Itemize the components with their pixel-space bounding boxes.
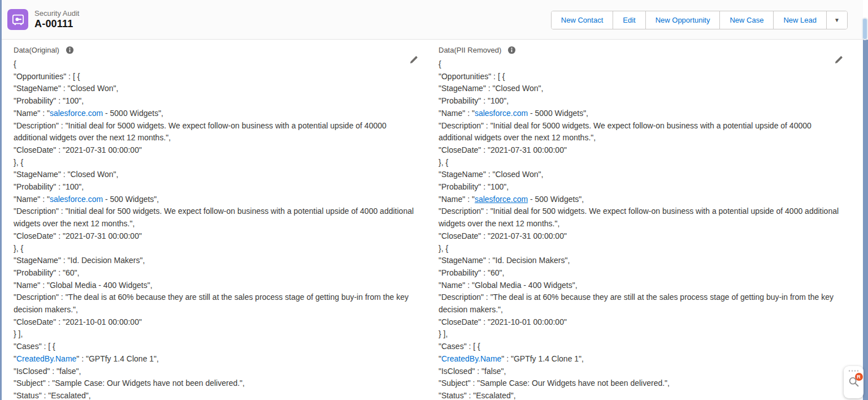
pencil-icon [834,55,844,65]
json-text: "Description" : "Initial deal for 500 wi… [439,207,839,228]
new-opportunity-button[interactable]: New Opportunity [645,11,720,29]
json-text: "Description" : "Initial deal for 5000 w… [14,121,387,143]
json-text: - 5000 Widgets", [528,109,588,118]
edit-data-button[interactable] [834,55,844,65]
json-text: "StageName" : "Id. Decision Makers", [14,256,145,265]
json-line: "Probability" : "60", [439,267,846,279]
json-line: "Probability" : "100", [439,181,846,193]
json-text: "StageName" : "Closed Won", [14,84,118,93]
json-text: } ], [439,329,448,338]
json-text: "Status" : "Escalated", [439,391,516,400]
object-type-label: Security Audit [34,9,80,18]
panel-label: Data(PII Removed) [439,46,501,54]
json-text: "Probability" : "60", [14,268,79,277]
json-text: }, { [439,158,448,167]
json-text: "Name" : " [439,109,475,118]
json-line: }, { [14,243,421,255]
json-line: "Description" : "Initial deal for 500 wi… [439,205,846,230]
json-line: }, { [439,243,846,255]
json-text: " : "GPTfy 1.4 Clone 1", [501,354,584,363]
json-line: { [14,58,421,71]
salesforce-link[interactable]: salesforce.com [475,109,528,118]
json-text: }, { [14,158,23,167]
json-line: "StageName" : "Closed Won", [439,169,846,181]
edit-data-button[interactable] [409,55,419,65]
json-text: { [14,59,16,68]
json-text: "Probability" : "100", [14,96,84,105]
json-line: "StageName" : "Closed Won", [14,169,421,181]
json-line: }, { [439,157,846,169]
json-text: { [439,59,441,68]
json-line: "StageName" : "Closed Won", [14,83,421,95]
json-text-pii-removed: {"Opportunities" : [ {"StageName" : "Clo… [439,58,846,400]
json-line: "Name" : "Global Media - 400 Widgets", [14,279,421,292]
data-original-panel: Data(Original) {"Opportunities" : [ {"St… [14,40,421,400]
json-line: "IsClosed" : "false", [14,365,421,378]
data-pii-removed-panel: Data(PII Removed) {"Opportunities" : [ {… [439,40,846,400]
json-line: "StageName" : "Id. Decision Makers", [14,255,421,267]
edit-button[interactable]: Edit [613,11,645,29]
magnifier-icon[interactable]: R [848,376,860,389]
more-actions-button[interactable]: ▼ [826,11,847,29]
pencil-icon [409,55,419,65]
json-text: "CloseDate" : "2021-07-31 00:00:00" [14,231,142,240]
json-line: "CreatedBy.Name" : "GPTfy 1.4 Clone 1", [439,353,846,365]
json-line: "Name" : "salesforce.com - 500 Widgets", [439,193,846,206]
new-contact-button[interactable]: New Contact [552,11,613,29]
json-text: "Status" : "Escalated", [14,391,91,400]
json-text: - 5000 Widgets", [103,109,163,118]
json-text: } ], [14,329,23,338]
json-line: "Opportunities" : [ { [439,71,846,83]
json-text: "StageName" : "Closed Won", [439,84,543,93]
json-line: "Name" : "salesforce.com - 5000 Widgets"… [14,107,421,120]
json-text: "Cases" : [ { [14,342,55,351]
createdby-name-link[interactable]: CreatedBy.Name [16,354,76,363]
json-line: "Name" : "salesforce.com - 5000 Widgets"… [439,107,846,120]
json-line: "Name" : "salesforce.com - 500 Widgets", [14,193,421,206]
page-background-strip-right [863,40,868,400]
json-text: "StageName" : "Closed Won", [439,170,543,179]
json-line: "CreatedBy.Name" : "GPTfy 1.4 Clone 1", [14,353,421,365]
json-line: } ], [14,328,421,341]
json-text: " : "GPTfy 1.4 Clone 1", [76,354,159,363]
json-line: "Status" : "Escalated", [14,390,421,400]
json-line: "Status" : "Escalated", [439,390,846,400]
json-line: "Description" : "The deal is at 60% beca… [439,291,846,316]
info-icon[interactable] [507,46,516,54]
json-line: "Probability" : "100", [14,95,421,107]
action-button-group: New ContactEditNew OpportunityNew CaseNe… [551,11,848,29]
new-lead-button[interactable]: New Lead [773,11,826,29]
json-line: "Description" : "The deal is at 60% beca… [14,291,421,316]
json-line: "Cases" : [ { [14,341,421,353]
json-line: "Probability" : "100", [14,181,421,193]
json-text: "StageName" : "Closed Won", [14,170,118,179]
scrollbar-thumb[interactable] [862,18,868,40]
salesforce-link[interactable]: salesforce.com [50,195,103,204]
json-line: "Name" : "Global Media - 400 Widgets", [439,279,846,292]
json-text: "Description" : "Initial deal for 500 wi… [14,207,414,228]
info-icon[interactable] [66,46,74,54]
json-text: "Cases" : [ { [439,342,480,351]
json-line: "Probability" : "60", [14,267,421,279]
floating-assistant-widget[interactable]: R [844,366,863,398]
record-header: Security Audit A-00111 New ContactEditNe… [2,0,863,40]
json-text: "IsClosed" : "false", [14,367,81,376]
json-text: "IsClosed" : "false", [439,367,506,376]
createdby-name-link[interactable]: CreatedBy.Name [441,354,501,363]
json-text: "Description" : "The deal is at 60% beca… [14,293,409,314]
drag-handle-dots-icon[interactable] [849,370,859,372]
record-title: A-00111 [34,18,73,30]
json-text: "Probability" : "100", [14,182,84,191]
salesforce-link[interactable]: salesforce.com [50,109,103,118]
salesforce-link[interactable]: salesforce.com [475,195,528,204]
json-text: "CloseDate" : "2021-10-01 00:00:00" [439,317,567,326]
notification-badge: R [855,373,863,381]
record-body: Data(Original) {"Opportunities" : [ {"St… [2,40,863,400]
panel-label: Data(Original) [14,46,59,54]
new-case-button[interactable]: New Case [719,11,773,29]
json-text: "CloseDate" : "2021-07-31 00:00:00" [439,231,567,240]
json-text: "Name" : " [14,109,50,118]
json-text: "StageName" : "Id. Decision Makers", [439,256,570,265]
json-text: - 500 Widgets", [103,195,159,204]
json-line: "CloseDate" : "2021-10-01 00:00:00" [439,316,846,329]
